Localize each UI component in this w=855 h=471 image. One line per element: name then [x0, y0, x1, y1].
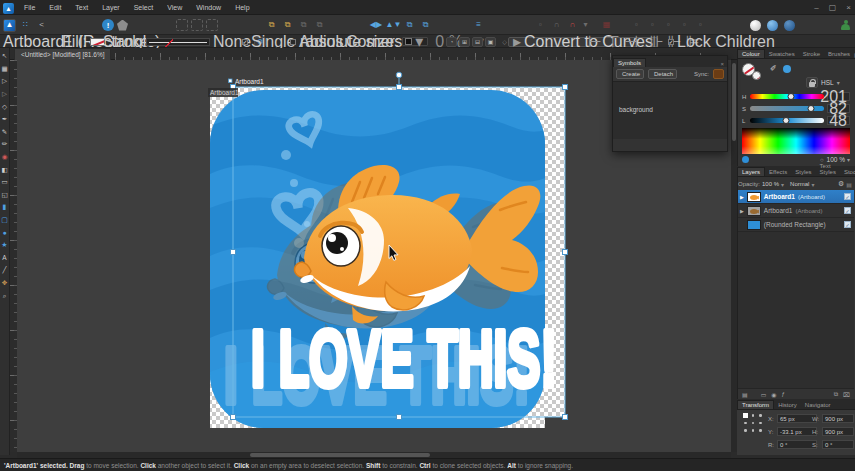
sphere-blue-icon[interactable]: [767, 20, 778, 31]
tab-colour[interactable]: Colour: [737, 49, 765, 58]
menu-help[interactable]: Help: [228, 0, 256, 15]
layer-row-rounded-rectangle[interactable]: ▶ (Rounded Rectangle) ✓: [738, 218, 854, 232]
hand-tool[interactable]: ✥: [0, 277, 10, 290]
snapping-dropdown-icon[interactable]: ▾: [582, 19, 589, 32]
expander-icon[interactable]: ▶: [740, 194, 744, 200]
point-transform-tool[interactable]: ▷: [0, 88, 10, 101]
tab-styles[interactable]: Styles: [791, 168, 815, 176]
layer-row-artboard1[interactable]: ▶ Artboard1 (Artboard) ✓: [738, 204, 854, 218]
brush-tool[interactable]: ✏: [0, 138, 10, 151]
order-back-icon[interactable]: ⧉: [419, 19, 432, 32]
tab-effects[interactable]: Effects: [765, 168, 791, 176]
sphere-white-icon[interactable]: [750, 20, 761, 31]
flip-vertical-icon[interactable]: ▲▼: [387, 19, 400, 32]
picked-colour-dot[interactable]: [783, 65, 791, 73]
crop-tool[interactable]: ◱: [0, 189, 10, 202]
layers-opacity-value[interactable]: 100 %: [762, 181, 779, 187]
layer-visibility-checkbox[interactable]: ✓: [844, 193, 851, 200]
rectangle-tool[interactable]: ▮: [0, 201, 10, 214]
tab-brushes[interactable]: Brushes: [824, 50, 854, 58]
symbol-item-background[interactable]: background: [613, 82, 727, 113]
fill-tool[interactable]: ◧: [0, 163, 10, 176]
h-field[interactable]: 900 px: [822, 427, 854, 436]
tab-history[interactable]: History: [774, 401, 801, 409]
corner-tool-icon-1[interactable]: ◔: [446, 37, 457, 47]
lock-icon[interactable]: [806, 77, 818, 88]
delete-layer-icon[interactable]: ⌧: [843, 391, 850, 398]
rotation-handle[interactable]: [396, 72, 402, 78]
symbols-detach-button[interactable]: Detach: [648, 69, 677, 79]
transform-icon-3[interactable]: [206, 19, 218, 31]
lock-children-option[interactable]: ✓ Lock Children: [668, 37, 775, 47]
tab-stroke[interactable]: Stroke: [799, 50, 824, 58]
layers-empty-area[interactable]: [738, 232, 854, 388]
lightness-value[interactable]: 48: [827, 116, 850, 125]
transform-icon-2[interactable]: [191, 19, 203, 31]
horizontal-scrollbar-thumb[interactable]: [250, 453, 430, 457]
transparency-tool[interactable]: ▭: [0, 176, 10, 189]
snapping-magnet-icon[interactable]: ∩: [566, 19, 579, 32]
sync-toggle-icon[interactable]: [713, 69, 724, 79]
menu-layer[interactable]: Layer: [95, 0, 127, 15]
layers-opacity-caret-icon[interactable]: ▾: [781, 181, 784, 188]
account-person-icon[interactable]: [840, 20, 851, 31]
maximize-icon[interactable]: ▢: [829, 3, 837, 12]
move-tool[interactable]: ↖: [0, 50, 10, 63]
flip-horizontal-icon[interactable]: ◀▶: [368, 19, 384, 32]
lock-children-checkbox[interactable]: ✓: [668, 39, 674, 45]
layer-visibility-checkbox[interactable]: ✓: [844, 221, 851, 228]
colour-mode-value[interactable]: HSL: [821, 79, 834, 86]
export-persona-icon[interactable]: <: [35, 19, 48, 32]
tab-text-styles[interactable]: Text Styles: [816, 162, 840, 176]
designer-persona-icon[interactable]: ▲: [3, 19, 16, 32]
minimize-icon[interactable]: –: [814, 3, 818, 12]
layer-row-artboard1-selected[interactable]: ▶ Artboard1 (Artboard) ✓: [738, 190, 854, 204]
pixel-persona-icon[interactable]: ∷: [19, 19, 32, 32]
pen-tool[interactable]: ✒: [0, 113, 10, 126]
lightness-slider[interactable]: [750, 118, 824, 123]
menu-window[interactable]: Window: [189, 0, 228, 15]
blend-mode-value[interactable]: Normal: [790, 181, 809, 187]
artboard-tool[interactable]: ▦: [0, 63, 10, 76]
insert-behind-icon[interactable]: ≡: [472, 19, 485, 32]
saturation-slider[interactable]: [750, 106, 824, 111]
tab-symbols[interactable]: Symbols: [613, 58, 646, 67]
sticker-text-main[interactable]: [251, 314, 557, 403]
effects-icon[interactable]: ƒ: [782, 391, 785, 397]
transform-icon-1[interactable]: [176, 19, 188, 31]
expander-icon[interactable]: ▶: [740, 208, 744, 214]
move-forward-icon[interactable]: ⧉: [297, 19, 310, 32]
corner-tool-icon-4[interactable]: ▣: [485, 37, 496, 47]
layer-visibility-checkbox[interactable]: ✓: [844, 207, 851, 214]
mask-icon[interactable]: ▭: [761, 391, 767, 398]
colour-mode-caret-icon[interactable]: ▾: [837, 79, 840, 86]
rounded-rectangle-tool[interactable]: ▢: [0, 214, 10, 227]
tab-transform[interactable]: Transform: [737, 400, 774, 409]
move-to-back-icon[interactable]: ⧉: [281, 19, 294, 32]
magnet-off-icon[interactable]: ∩: [550, 19, 563, 32]
noise-dot-icon[interactable]: [742, 156, 749, 163]
single-radius-checkbox[interactable]: ✓: [242, 39, 248, 45]
zoom-tool[interactable]: ⌕: [0, 289, 10, 302]
colour-spectrum[interactable]: [742, 128, 850, 154]
menu-select[interactable]: Select: [127, 0, 160, 15]
shear-field[interactable]: 0 °: [822, 440, 854, 449]
line-tool[interactable]: ╱: [0, 264, 10, 277]
y-field[interactable]: -33.1 px: [777, 427, 817, 436]
corner-tool[interactable]: ◇: [0, 100, 10, 113]
pencil-tool[interactable]: ✎: [0, 126, 10, 139]
menu-file[interactable]: File: [17, 0, 42, 15]
assistant-icon[interactable]: !: [102, 19, 114, 31]
stroke-none-indicator[interactable]: [752, 71, 761, 80]
shape-tool[interactable]: ★: [0, 239, 10, 252]
tab-swatches[interactable]: Swatches: [765, 50, 799, 58]
menu-view[interactable]: View: [160, 0, 189, 15]
x-field[interactable]: 65 px: [777, 414, 817, 423]
absolute-sizes-checkbox[interactable]: [290, 39, 296, 45]
artboard-label-other[interactable]: Artboard1: [210, 89, 239, 96]
sphere-dark-icon[interactable]: [784, 20, 795, 31]
tab-layers[interactable]: Layers: [737, 167, 765, 176]
vertical-scrollbar-thumb[interactable]: [732, 63, 736, 141]
app-logo-icon[interactable]: ▲: [3, 3, 14, 14]
rotation-field[interactable]: 0 °: [777, 440, 817, 449]
